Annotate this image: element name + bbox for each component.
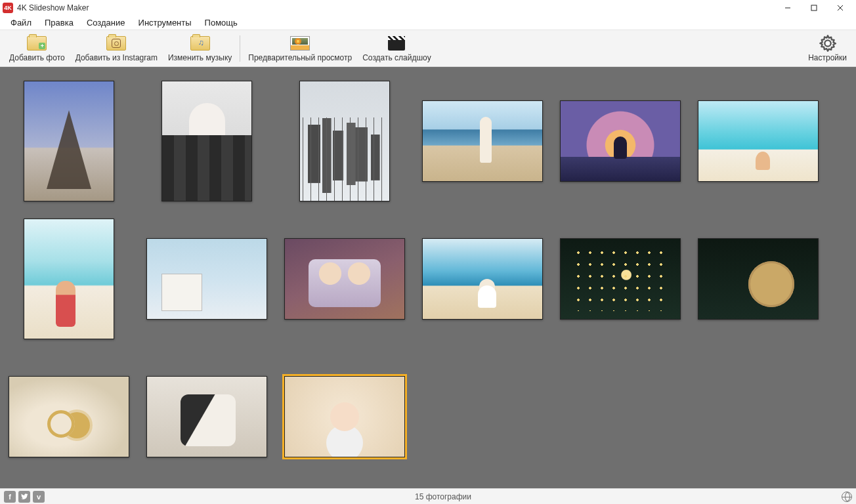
photo-sunset-heart[interactable] — [560, 100, 681, 182]
add-photo-button[interactable]: + Добавить фото — [4, 31, 70, 66]
thumbnail-image — [423, 239, 542, 319]
menu-file[interactable]: Файл — [4, 16, 38, 29]
thumbnail-image — [147, 239, 267, 319]
photo-woman-balcony[interactable] — [161, 81, 252, 201]
add-instagram-button[interactable]: Добавить из Instagram — [70, 31, 163, 66]
photo-beach-walk[interactable] — [422, 100, 543, 182]
menu-help[interactable]: Помощь — [198, 16, 244, 29]
toolbar-separator — [240, 35, 240, 62]
title-bar: 4K 4K Slideshow Maker — [0, 0, 856, 16]
settings-label: Настройки — [808, 53, 847, 62]
menu-create[interactable]: Создание — [80, 16, 132, 29]
thumbnail-image — [423, 101, 542, 181]
add-photo-label: Добавить фото — [9, 53, 65, 62]
photo-baby[interactable] — [284, 376, 405, 457]
twitter-icon[interactable] — [18, 491, 30, 503]
preview-icon — [290, 35, 310, 52]
photo-turquoise-beach[interactable] — [698, 100, 819, 182]
photo-family-kiss[interactable] — [284, 238, 405, 320]
photo-beach-hat[interactable] — [422, 238, 543, 320]
make-slideshow-button[interactable]: Создать слайдшоу — [357, 31, 436, 66]
folder-instagram-icon — [106, 35, 126, 52]
photo-merry-christmas[interactable] — [698, 238, 819, 320]
status-count: 15 фотографии — [45, 492, 842, 501]
thumbnail-image — [147, 377, 267, 457]
thumbnail-image — [285, 239, 404, 319]
photo-beach-kneel[interactable] — [24, 219, 114, 339]
window-title: 4K Slideshow Maker — [17, 3, 89, 12]
menu-bar: Файл Правка Создание Инструменты Помощь — [0, 16, 856, 30]
photo-wedding[interactable] — [146, 376, 267, 457]
thumbnail-image — [285, 377, 404, 457]
clapperboard-icon — [387, 35, 406, 52]
thumbnail-image — [24, 219, 114, 339]
app-icon: 4K — [3, 3, 13, 13]
change-music-button[interactable]: ♫ Изменить музыку — [163, 31, 237, 66]
thumbnail-image — [561, 101, 680, 181]
maximize-button[interactable] — [801, 0, 827, 16]
photo-rings[interactable] — [9, 376, 129, 457]
thumbnail-image — [162, 81, 251, 201]
thumbnail-image — [9, 377, 129, 457]
photo-lifeguard[interactable] — [146, 238, 267, 320]
thumbnail-image — [561, 239, 680, 319]
preview-label: Предварительный просмотр — [248, 53, 352, 62]
preview-button[interactable]: Предварительный просмотр — [243, 31, 357, 66]
toolbar: + Добавить фото Добавить из Instagram ♫ … — [0, 30, 856, 67]
status-bar: f v 15 фотографии — [0, 488, 856, 504]
folder-music-icon: ♫ — [190, 35, 210, 52]
facebook-icon[interactable]: f — [4, 491, 16, 503]
photo-skyline[interactable] — [299, 81, 390, 201]
thumbnail-image — [698, 239, 818, 319]
menu-tools[interactable]: Инструменты — [132, 16, 198, 29]
thumbnail-image — [300, 81, 389, 201]
vimeo-icon[interactable]: v — [33, 491, 45, 503]
folder-plus-icon: + — [27, 35, 47, 52]
svg-point-4 — [824, 40, 830, 46]
globe-icon[interactable] — [842, 492, 852, 502]
photo-xmas-tree[interactable] — [560, 238, 681, 320]
add-instagram-label: Добавить из Instagram — [75, 53, 158, 62]
minimize-button[interactable] — [775, 0, 801, 16]
gear-icon — [818, 35, 838, 52]
photo-eiffel[interactable] — [24, 81, 114, 201]
make-slideshow-label: Создать слайдшоу — [362, 53, 431, 62]
photo-grid — [0, 67, 856, 488]
close-button[interactable] — [827, 0, 853, 16]
thumbnail-image — [24, 81, 114, 201]
menu-edit[interactable]: Правка — [38, 16, 80, 29]
thumbnail-image — [698, 101, 818, 181]
svg-rect-1 — [811, 5, 817, 10]
settings-button[interactable]: Настройки — [803, 31, 852, 66]
change-music-label: Изменить музыку — [168, 53, 232, 62]
